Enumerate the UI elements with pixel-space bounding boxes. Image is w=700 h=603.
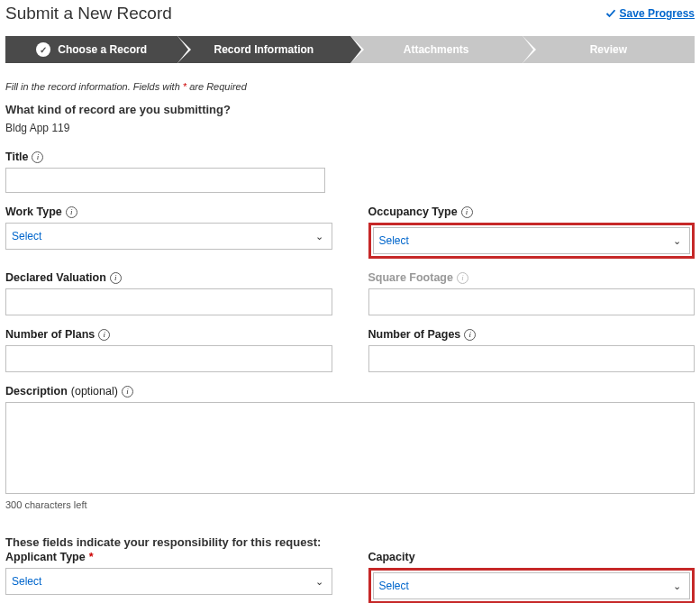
info-icon[interactable]: i xyxy=(122,386,133,397)
square-footage-input[interactable] xyxy=(368,288,695,315)
save-progress-label: Save Progress xyxy=(620,7,695,20)
number-of-plans-label: Number of Plans i xyxy=(5,328,332,341)
title-input[interactable] xyxy=(5,168,325,193)
info-icon[interactable]: i xyxy=(98,329,110,341)
info-icon[interactable]: i xyxy=(66,206,77,218)
required-hint: Fill in the record information. Fields w… xyxy=(5,81,695,92)
info-icon[interactable]: i xyxy=(32,151,43,163)
step-choose-record[interactable]: ✓ Choose a Record xyxy=(5,36,177,63)
save-progress-link[interactable]: Save Progress xyxy=(605,7,695,20)
description-label: Description (optional) i xyxy=(5,385,695,397)
occupancy-type-label: Occupancy Type i xyxy=(368,206,695,218)
step-record-information[interactable]: Record Information xyxy=(177,36,350,63)
step-label: Choose a Record xyxy=(58,43,147,56)
stepper: ✓ Choose a Record Record Information Att… xyxy=(5,36,695,63)
info-icon[interactable]: i xyxy=(110,272,122,284)
title-label: Title i xyxy=(5,151,325,163)
work-type-select[interactable]: Select xyxy=(5,223,332,250)
info-icon[interactable]: i xyxy=(457,272,468,284)
responsibility-section-header: These fields indicate your responsibilit… xyxy=(5,535,695,549)
occupancy-type-select[interactable]: Select xyxy=(373,227,691,254)
declared-valuation-input[interactable] xyxy=(5,288,332,315)
occupancy-type-highlight: Select ⌄ xyxy=(368,223,695,259)
number-of-plans-input[interactable] xyxy=(5,345,332,372)
capacity-highlight: Select ⌄ xyxy=(368,568,695,603)
applicant-type-label: Applicant Type * xyxy=(5,551,332,563)
record-kind-question: What kind of record are you submitting? xyxy=(5,103,695,116)
square-footage-label: Square Footage i xyxy=(368,271,695,284)
number-of-pages-label: Number of Pages i xyxy=(368,328,695,341)
step-attachments[interactable]: Attachments xyxy=(350,36,523,63)
record-kind-value: Bldg App 119 xyxy=(5,122,695,134)
description-chars-left: 300 characters left xyxy=(5,499,695,510)
page-title: Submit a New Record xyxy=(5,4,172,23)
number-of-pages-input[interactable] xyxy=(368,345,695,372)
checkmark-icon xyxy=(605,8,616,19)
capacity-label: Capacity xyxy=(368,551,695,563)
step-label: Review xyxy=(590,43,627,56)
applicant-type-select[interactable]: Select xyxy=(5,568,332,595)
info-icon[interactable]: i xyxy=(461,206,473,218)
step-label: Attachments xyxy=(404,43,469,56)
declared-valuation-label: Declared Valuation i xyxy=(5,271,332,284)
step-label: Record Information xyxy=(214,43,314,56)
info-icon[interactable]: i xyxy=(464,329,476,341)
description-textarea[interactable] xyxy=(5,402,695,494)
work-type-label: Work Type i xyxy=(5,206,332,218)
step-review[interactable]: Review xyxy=(523,36,695,63)
capacity-select[interactable]: Select xyxy=(373,572,691,599)
check-circle-icon: ✓ xyxy=(36,42,50,57)
